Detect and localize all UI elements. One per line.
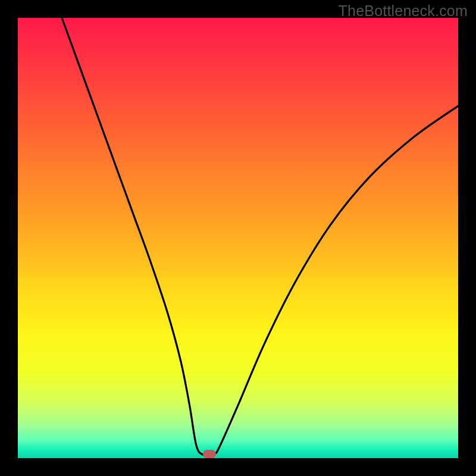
bottleneck-curve: [18, 18, 458, 458]
optimal-point-marker: [203, 450, 216, 458]
watermark-label: TheBottleneck.com: [339, 2, 468, 20]
plot-area: [18, 18, 458, 458]
chart-frame: TheBottleneck.com: [0, 0, 476, 476]
